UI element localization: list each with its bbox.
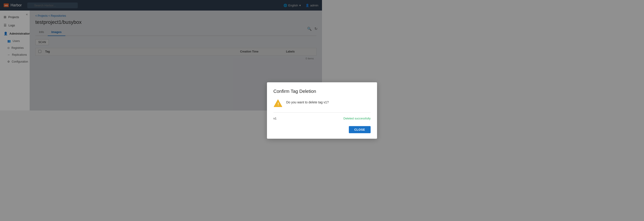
modal-title: Confirm Tag Deletion (274, 89, 322, 94)
modal-overlay: Confirm Tag Deletion ! Do you want to de… (0, 0, 322, 110)
confirm-delete-modal: Confirm Tag Deletion ! Do you want to de… (267, 82, 322, 110)
svg-text:!: ! (278, 102, 279, 106)
warning-icon: ! (274, 98, 282, 108)
modal-body: ! Do you want to delete tag v1? (274, 98, 322, 108)
modal-message: Do you want to delete tag v1? (286, 98, 322, 104)
